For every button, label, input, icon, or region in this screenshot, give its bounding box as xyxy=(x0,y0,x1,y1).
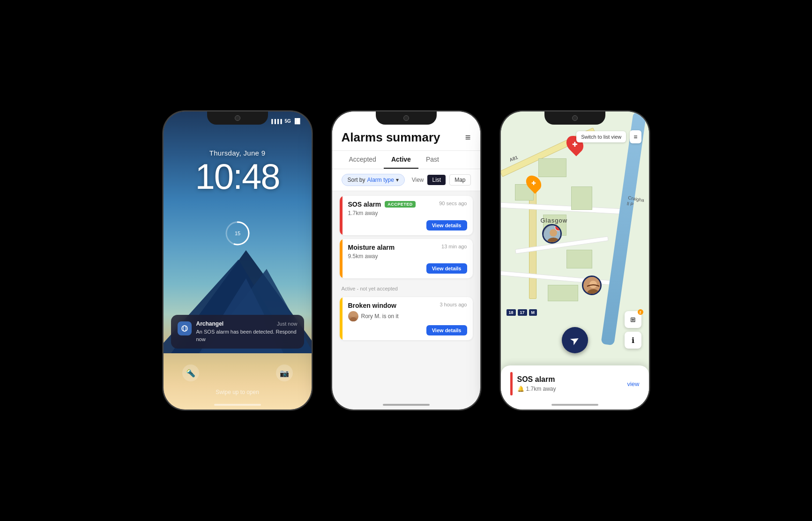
lock-date: Thursday, June 9 xyxy=(164,149,312,157)
map-bottom-card: SOS alarm 🔔 1.7km away view xyxy=(501,365,649,409)
block-6 xyxy=(571,186,592,210)
phones-container: ▌▌▌▌ 5G ▐█ Thursday, June 9 10:48 xyxy=(134,82,678,439)
alarm-filters: Sort by Alarm type ▾ View List Map xyxy=(332,169,480,191)
lock-clock: 10:48 xyxy=(164,159,312,194)
view-details-sos[interactable]: View details xyxy=(426,220,467,231)
svg-point-3 xyxy=(183,326,186,331)
bottom-card-distance: 1.7km away xyxy=(526,386,556,392)
alarms-header: Alarms summary ≡ xyxy=(332,112,480,151)
avatar-pin-2 xyxy=(582,275,602,295)
lock-time-area: Thursday, June 9 10:48 xyxy=(164,149,312,194)
sort-button[interactable]: Sort by Alarm type ▾ xyxy=(342,174,405,186)
home-indicator-2[interactable] xyxy=(383,404,430,406)
svg-point-5 xyxy=(350,317,357,321)
flashlight-button[interactable]: 🔦 xyxy=(182,365,199,381)
notification-message: An SOS alarm has been detected. Respond … xyxy=(196,328,298,343)
phone-lockscreen: ▌▌▌▌ 5G ▐█ Thursday, June 9 10:48 xyxy=(163,111,313,410)
road-badge-m: M xyxy=(529,309,537,316)
menu-icon[interactable]: ≡ xyxy=(465,132,471,143)
nav-arrow[interactable]: ➤ xyxy=(562,327,588,353)
phone-map: A81 Glasgow Craighall P 18 17 M Switch t… xyxy=(500,111,650,410)
section-label-inactive: Active - not yet accepted xyxy=(340,286,473,291)
notification-time: Just now xyxy=(277,321,297,327)
view-details-window[interactable]: View details xyxy=(426,325,467,335)
view-toggle: View List Map xyxy=(412,174,471,186)
tab-accepted[interactable]: Accepted xyxy=(342,151,384,169)
alarm-person-row: Rory M. is on it xyxy=(348,311,467,321)
alarm-time-sos: 90 secs ago xyxy=(439,201,467,206)
alarm-time-window: 3 hours ago xyxy=(440,302,467,307)
alarms-list: SOS alarm ACCPETED 90 secs ago 1.7km awa… xyxy=(332,191,480,345)
map-pin-orange[interactable]: ✚ xyxy=(527,175,540,192)
bottom-card-title: SOS alarm xyxy=(517,375,623,384)
status-bar: ▌▌▌▌ 5G ▐█ xyxy=(164,118,312,124)
battery-icon: ▐█ xyxy=(293,118,300,124)
alarm-tabs: Accepted Active Past xyxy=(332,151,480,169)
map-header: Switch to list view ≡ xyxy=(501,130,649,143)
bottom-card-content: SOS alarm 🔔 1.7km away xyxy=(517,375,623,392)
notification-card[interactable]: Archangel Just now An SOS alarm has been… xyxy=(171,315,304,349)
block-5 xyxy=(548,285,578,301)
svg-text:15: 15 xyxy=(234,231,240,236)
grid-view-button[interactable]: ⊞ 2 xyxy=(625,311,641,328)
signal-label: ▌▌▌▌ 5G xyxy=(271,119,291,124)
block-1 xyxy=(538,158,566,177)
map-view-button[interactable]: Map xyxy=(449,174,470,186)
alarm-distance-moisture: 9.5km away xyxy=(348,253,467,260)
alarm-name-window: Broken window xyxy=(348,302,396,309)
alarm-time-moisture: 13 min ago xyxy=(441,244,467,249)
alarms-title: Alarms summary xyxy=(342,130,440,145)
alarm-distance-sos: 1.7km away xyxy=(348,210,467,216)
avatar-pin-1: ✚ xyxy=(542,224,562,244)
camera-button[interactable]: 📷 xyxy=(276,365,293,381)
swipe-hint: Swipe up to open xyxy=(164,389,312,395)
switch-list-button[interactable]: Switch to list view xyxy=(576,131,626,142)
bottom-card-view-btn[interactable]: view xyxy=(627,380,639,387)
home-indicator[interactable] xyxy=(214,404,261,406)
person-avatar xyxy=(348,311,358,321)
map-label-glasgow: Glasgow xyxy=(541,217,568,224)
lock-bottom-bar: 🔦 📷 xyxy=(164,365,312,381)
view-label: View xyxy=(412,177,424,183)
view-details-moisture[interactable]: View details xyxy=(426,263,467,274)
block-4 xyxy=(566,250,592,268)
alarm-name-moisture: Moisture alarm xyxy=(348,244,395,251)
phone-alarms: Alarms summary ≡ Accepted Active Past So… xyxy=(331,111,481,410)
list-view-button[interactable]: List xyxy=(427,175,446,185)
accepted-badge: ACCPETED xyxy=(385,201,416,208)
tab-active[interactable]: Active xyxy=(384,151,418,169)
bottom-card-sub: 🔔 1.7km away xyxy=(517,386,623,392)
map-container: A81 Glasgow Craighall P 18 17 M Switch t… xyxy=(501,112,649,409)
alarm-card-moisture[interactable]: Moisture alarm 13 min ago 9.5km away Vie… xyxy=(340,239,473,278)
tab-past[interactable]: Past xyxy=(418,151,447,169)
notification-content: Archangel Just now An SOS alarm has been… xyxy=(196,320,298,343)
map-menu-button[interactable]: ≡ xyxy=(630,130,641,143)
alarm-name-sos: SOS alarm xyxy=(348,201,381,208)
alarm-card-sos[interactable]: SOS alarm ACCPETED 90 secs ago 1.7km awa… xyxy=(340,196,473,235)
sort-highlight: Alarm type xyxy=(367,177,394,183)
alarm-card-window[interactable]: Broken window 3 hours ago xyxy=(340,297,473,340)
road-badge-17: 17 xyxy=(518,309,527,316)
road-badge-18: 18 xyxy=(507,309,516,316)
home-indicator-3[interactable] xyxy=(551,404,598,406)
notification-app: Archangel xyxy=(196,320,224,327)
map-action-buttons: ⊞ 2 ℹ xyxy=(625,311,641,349)
app-icon xyxy=(178,321,192,335)
bottom-card-stripe xyxy=(510,372,513,395)
person-name: Rory M. is on it xyxy=(361,313,399,320)
distance-icon: 🔔 xyxy=(517,386,524,392)
svg-point-4 xyxy=(351,313,355,317)
activity-ring: 15 xyxy=(223,219,252,247)
info-button[interactable]: ℹ xyxy=(625,332,641,349)
